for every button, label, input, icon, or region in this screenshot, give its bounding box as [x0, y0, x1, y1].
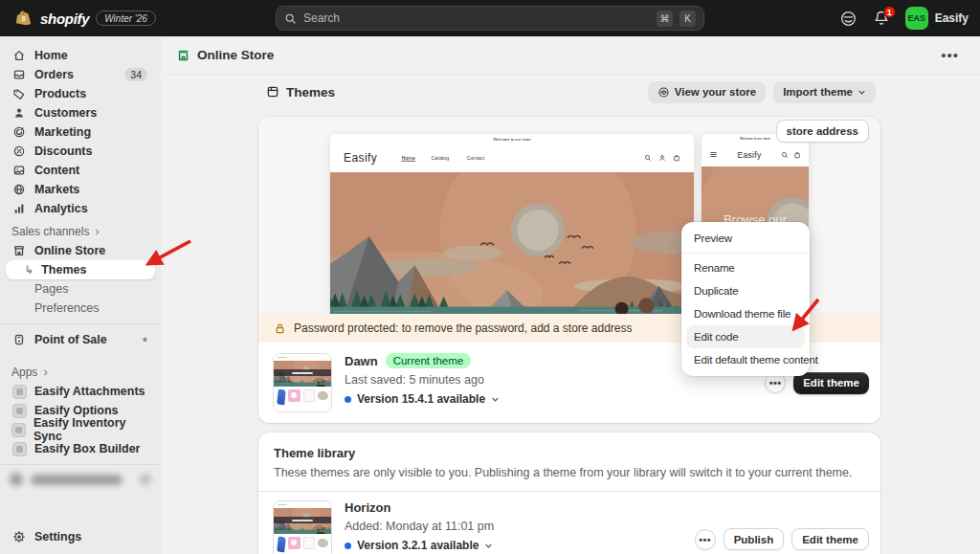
preview-account-icon	[658, 154, 666, 162]
assistant-icon[interactable]	[839, 10, 858, 28]
app-icon	[11, 423, 26, 437]
view-your-store-button[interactable]: View your store	[648, 81, 766, 103]
products-icon	[11, 87, 27, 100]
sidebar-item-discounts[interactable]: Discounts	[6, 142, 155, 161]
sidebar-item-themes[interactable]: ↳ Themes	[6, 260, 155, 279]
chevron-down-icon	[484, 542, 493, 550]
menu-item-edit-default-theme-content[interactable]: Edit default theme content	[686, 348, 805, 371]
chevron-down-icon	[858, 88, 866, 97]
global-search[interactable]: ⌘ K	[276, 6, 704, 31]
eye-icon	[657, 86, 670, 99]
menu-item-edit-code[interactable]: Edit code	[686, 325, 805, 348]
menu-item-duplicate[interactable]: Duplicate	[686, 279, 805, 302]
sidebar-item-markets[interactable]: Markets	[6, 180, 155, 199]
import-theme-button[interactable]: Import theme	[773, 81, 876, 103]
search-input[interactable]	[303, 11, 650, 25]
sidebar-item-easify-box-builder[interactable]: Easify Box Builder	[6, 439, 155, 458]
menu-item-download-theme-file[interactable]: Download theme file	[686, 302, 805, 325]
preview-nav-home: Home	[401, 155, 415, 161]
sidebar-item-point-of-sale[interactable]: Point of Sale •	[6, 330, 155, 349]
preview-nav-catalog: Catalog	[432, 155, 450, 161]
theme-name: Horizon	[345, 500, 390, 515]
hero-image	[330, 172, 694, 314]
menu-item-rename[interactable]: Rename	[686, 256, 805, 279]
sidebar-item-content[interactable]: Content	[6, 161, 155, 180]
added-date-text: Added: Monday at 11:01 pm	[345, 520, 494, 533]
preview-header: Easify Home Catalog Contact	[330, 144, 694, 172]
version-dropdown[interactable]: Version 3.2.1 available	[345, 539, 494, 552]
content-icon	[11, 164, 27, 177]
current-theme-badge: Current theme	[386, 353, 472, 368]
brand-name: shopify	[40, 11, 89, 27]
dawn-theme-thumbnail	[273, 353, 332, 412]
chevron-right-icon	[41, 368, 50, 377]
version-dropdown[interactable]: Version 15.4.1 available	[345, 392, 500, 406]
marketing-icon	[11, 125, 27, 139]
sales-channels-header[interactable]: Sales channels	[0, 222, 161, 241]
sidebar-item-preferences[interactable]: Preferences	[6, 299, 155, 318]
notification-count-badge: 1	[883, 6, 896, 18]
notifications-button[interactable]: 1	[873, 10, 890, 27]
update-dot-icon	[345, 543, 351, 549]
gear-icon	[11, 530, 27, 543]
publish-button[interactable]: Publish	[724, 528, 785, 550]
preview-nav-contact: Contact	[466, 155, 484, 161]
page-header-title: Online Store	[197, 48, 274, 62]
sidebar-item-home[interactable]: Home	[6, 46, 155, 65]
preview-search-icon	[644, 154, 652, 162]
sidebar-divider	[0, 323, 161, 324]
k-key: K	[679, 11, 696, 27]
update-dot-icon	[345, 396, 351, 403]
sidebar-item-marketing[interactable]: Marketing	[6, 122, 155, 142]
nested-arrow-icon: ↳	[25, 264, 33, 277]
app-icon	[11, 442, 27, 456]
sidebar-item-online-store[interactable]: Online Store	[6, 241, 155, 260]
orders-icon	[11, 68, 27, 81]
pos-dot-icon: •	[143, 333, 147, 346]
shopify-logo[interactable]: S shopify Winter '26	[15, 10, 156, 28]
markets-icon	[11, 183, 27, 196]
preview-announcement-bar: Welcome to our store	[330, 134, 694, 144]
sidebar: Home Orders 34 Products Customers Market…	[0, 36, 161, 554]
horizon-theme-thumbnail	[273, 500, 332, 554]
page-header: Online Store •••	[161, 36, 980, 75]
banner-text: Password protected: to remove the passwo…	[294, 321, 633, 335]
chevron-right-icon	[93, 228, 101, 236]
sidebar-item-redacted[interactable]	[10, 471, 151, 488]
menu-item-preview[interactable]: Preview	[686, 227, 805, 250]
user-name: Easify	[935, 11, 969, 25]
discounts-icon	[11, 144, 27, 158]
page-title: Themes	[286, 85, 335, 100]
sidebar-item-pages[interactable]: Pages	[6, 279, 155, 299]
analytics-icon	[11, 202, 27, 215]
sidebar-item-analytics[interactable]: Analytics	[6, 199, 155, 218]
edit-theme-button[interactable]: Edit theme	[793, 372, 869, 394]
customers-icon	[11, 106, 27, 120]
desktop-theme-preview[interactable]: Welcome to our store Easify Home Catalog…	[330, 134, 694, 314]
sidebar-item-products[interactable]: Products	[6, 84, 155, 103]
sidebar-divider	[0, 464, 161, 465]
preview-store-name: Easify	[344, 151, 377, 165]
app-icon	[11, 385, 27, 399]
preview-cart-icon	[673, 154, 680, 162]
edit-theme-button[interactable]: Edit theme	[791, 528, 869, 550]
user-menu[interactable]: EAS Easify	[905, 7, 969, 30]
sidebar-item-easify-attachments[interactable]: Easify Attachments	[6, 382, 155, 401]
sidebar-item-easify-inventory-sync[interactable]: Easify Inventory Sync	[6, 420, 155, 439]
preview-store-name: Easify	[723, 150, 776, 160]
sidebar-item-orders[interactable]: Orders 34	[6, 65, 155, 84]
theme-options-button[interactable]: •••	[695, 529, 716, 550]
last-saved-text: Last saved: 5 minutes ago	[345, 373, 500, 387]
apps-header[interactable]: Apps	[0, 363, 161, 382]
theme-name: Dawn	[345, 354, 378, 368]
theme-library-card: Theme library These themes are only visi…	[258, 432, 880, 554]
edition-badge[interactable]: Winter '26	[96, 11, 156, 26]
sidebar-item-customers[interactable]: Customers	[6, 103, 155, 122]
add-store-address-button[interactable]: store address	[776, 120, 869, 143]
online-store-icon	[176, 48, 190, 62]
sidebar-item-settings[interactable]: Settings	[6, 527, 155, 546]
header-more-button[interactable]: •••	[935, 45, 965, 65]
theme-options-menu: Preview Rename Duplicate Download theme …	[681, 222, 810, 376]
home-icon	[11, 49, 27, 62]
orders-count-badge: 34	[124, 68, 147, 81]
